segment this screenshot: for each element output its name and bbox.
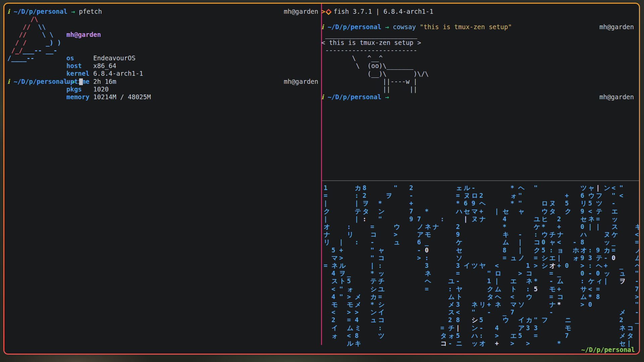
matrix-cell: " xyxy=(534,316,537,324)
desktop: { "left_pane": { "prompt1": { "symbol": … xyxy=(0,0,644,362)
matrix-cell: ロ xyxy=(495,269,501,277)
matrix-cell: ヲ xyxy=(620,277,626,285)
matrix-cell: + xyxy=(487,301,491,308)
matrix-cell: | xyxy=(518,246,522,254)
matrix-cell: ネ xyxy=(472,301,478,308)
matrix-cell: 9 xyxy=(581,207,584,215)
matrix-cell: * xyxy=(542,223,545,231)
matrix-cell: 0 xyxy=(581,269,584,277)
matrix-cell: " xyxy=(378,215,382,223)
pane-fish-left[interactable]: i ~/D/p/personal → pfetch mh@garden /\ /… xyxy=(7,8,320,343)
right-prompt-user-host: mh@garden xyxy=(284,8,318,15)
matrix-cell: " xyxy=(394,184,397,192)
pfetch-logo-line: /_/___-- __- xyxy=(7,47,61,54)
matrix-cell: モ xyxy=(425,231,431,238)
matrix-cell: ォ xyxy=(448,332,454,340)
matrix-cell: ウ xyxy=(526,293,532,301)
matrix-cell: : xyxy=(347,223,351,231)
matrix-cell: | xyxy=(495,277,498,285)
matrix-cell: マ xyxy=(331,254,338,262)
tmux-terminal: i ~/D/p/personal → pfetch mh@garden /\ /… xyxy=(4,4,639,354)
matrix-cell: ク xyxy=(534,246,540,254)
matrix-cell: - xyxy=(635,277,639,285)
prompt-path: ~/D/p/personal xyxy=(14,8,67,15)
matrix-cell: 7 xyxy=(409,207,413,215)
matrix-cell: ォ xyxy=(347,285,354,293)
matrix-cell: 7 xyxy=(511,308,514,316)
matrix-cell: ン xyxy=(378,207,384,215)
matrix-cell: 5 xyxy=(542,246,545,254)
pane-matrix-rain[interactable]: 1カ8"2ェル-*ヘ"ツャ|ン<"=:2ヲ-=ヌロ2ォ"+6ウフ"<||ヲ*+*… xyxy=(324,184,636,346)
pfetch-info-row: hostx86_64 xyxy=(66,62,151,70)
matrix-cell: - xyxy=(588,269,592,277)
pane-fish-right[interactable]: >fish 3.7.1 | 6.8.4-arch1-1 i ~/D/p/pers… xyxy=(321,8,636,180)
matrix-cell: オ xyxy=(324,223,330,231)
matrix-cell: ケ xyxy=(611,231,618,238)
matrix-cell: ョ xyxy=(557,246,564,254)
prompt-line-active[interactable]: i ~/D/p/personal → xyxy=(7,78,83,85)
matrix-cell: セ xyxy=(581,215,587,223)
matrix-cell: : xyxy=(425,254,429,262)
pfetch-title: mh@garden xyxy=(66,31,151,39)
matrix-cell: : xyxy=(526,285,530,293)
matrix-cell: _ xyxy=(425,238,429,246)
matrix-cell: ノ xyxy=(417,223,423,231)
matrix-cell: リ xyxy=(347,231,354,238)
matrix-cell: セ xyxy=(456,246,462,254)
matrix-cell: * xyxy=(370,269,374,277)
fish-version-text: fish 3.7.1 | 6.8.4-arch1-1 xyxy=(333,8,433,15)
matrix-cell: 5 xyxy=(347,277,351,285)
matrix-cell: ネ xyxy=(495,301,501,308)
right-prompt-user-host: mh@garden xyxy=(599,23,634,31)
matrix-cell: 2 xyxy=(456,223,460,231)
matrix-cell: + xyxy=(565,192,569,199)
matrix-cell: ヘ xyxy=(425,277,431,285)
matrix-cell: シ xyxy=(370,285,377,293)
matrix-cell: : xyxy=(588,246,592,254)
matrix-cell: > xyxy=(635,293,639,301)
matrix-cell: < xyxy=(495,262,498,269)
matrix-cell: " xyxy=(611,192,615,199)
matrix-cell: 5 xyxy=(518,332,522,340)
matrix-cell: 8 xyxy=(456,316,460,324)
matrix-cell: : xyxy=(440,215,444,223)
matrix-cell: 4 xyxy=(331,269,335,277)
matrix-cell: ン xyxy=(472,324,478,332)
matrix-cell: ャ xyxy=(378,246,384,254)
matrix-cell: サ xyxy=(581,285,587,293)
matrix-cell: = xyxy=(596,285,600,293)
cowsay-output: ________________________ < this is tmux-… xyxy=(321,31,429,94)
matrix-cell: 8 xyxy=(581,238,584,246)
matrix-cell: ウ xyxy=(503,316,509,324)
pfetch-info-row: osEndeavourOS xyxy=(66,54,151,62)
matrix-cell: = xyxy=(596,215,600,223)
matrix-cell: タ xyxy=(627,332,634,340)
matrix-cell: ク xyxy=(324,207,330,215)
matrix-cell: ヘ xyxy=(635,262,639,269)
matrix-cell: フ xyxy=(542,316,548,324)
matrix-cell: + xyxy=(409,199,413,207)
matrix-cell: < xyxy=(588,285,592,293)
matrix-cell: > xyxy=(339,254,343,262)
matrix-cell: 5 xyxy=(565,199,569,207)
fish-chevron-icon: > xyxy=(321,8,325,15)
matrix-cell: ユ xyxy=(378,285,384,293)
matrix-cell: コ xyxy=(557,293,564,301)
matrix-cell: ヌ xyxy=(464,192,470,199)
pane-divider-horizontal[interactable] xyxy=(322,180,639,181)
matrix-cell: 9 xyxy=(596,246,600,254)
matrix-cell: = xyxy=(378,293,382,301)
matrix-cell: セ xyxy=(464,207,470,215)
matrix-cell: 9 xyxy=(456,231,460,238)
matrix-cell: イ xyxy=(331,324,338,332)
matrix-cell: - xyxy=(549,308,553,316)
matrix-cell: 0 xyxy=(588,301,592,308)
matrix-cell: _ xyxy=(557,269,561,277)
matrix-cell: | xyxy=(518,238,522,246)
matrix-cell: 3 xyxy=(534,324,537,332)
matrix-cell: チ xyxy=(549,231,556,238)
matrix-cell: 0 xyxy=(611,254,615,262)
pfetch-logo-line: // \ \ xyxy=(7,31,61,39)
matrix-cell: 1 xyxy=(487,277,491,285)
terminal-window: i ~/D/p/personal → pfetch mh@garden /\ /… xyxy=(3,3,640,355)
